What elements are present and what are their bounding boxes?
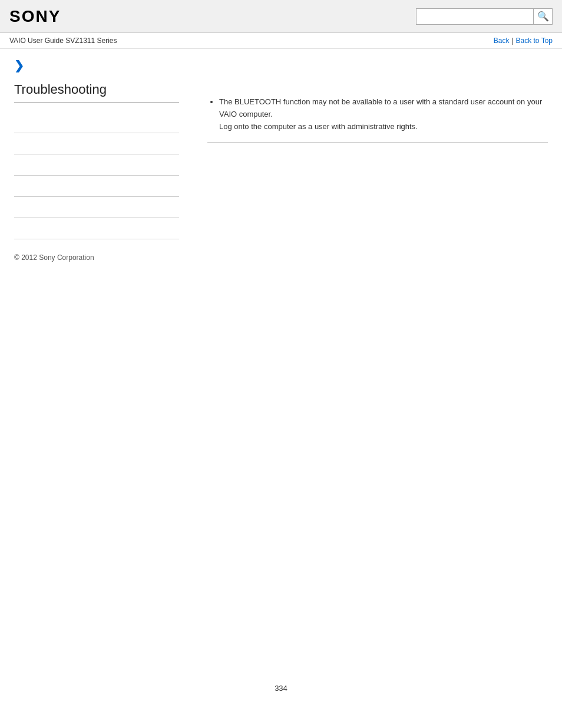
sidebar-link-2[interactable]: [14, 140, 16, 148]
list-item: [14, 154, 179, 176]
content-bullet-sub: Log onto the computer as a user with adm…: [219, 121, 548, 133]
main-content: ❯ Troubleshooting: [0, 49, 562, 271]
sidebar-link-3[interactable]: [14, 161, 16, 169]
sony-logo: SONY: [9, 7, 61, 26]
list-item: [14, 133, 179, 154]
content-list: The BLUETOOTH function may not be availa…: [207, 96, 548, 133]
sidebar-link-6[interactable]: [14, 225, 16, 233]
header: SONY 🔍: [0, 0, 562, 33]
list-item: [14, 112, 179, 133]
breadcrumb: VAIO User Guide SVZ1311 Series: [9, 37, 117, 45]
content-bullet-main: The BLUETOOTH function may not be availa…: [219, 96, 548, 121]
sidebar-chevron-icon: ❯: [14, 58, 179, 73]
search-input[interactable]: [416, 8, 534, 25]
sidebar-link-5[interactable]: [14, 203, 16, 212]
sidebar-footer: © 2012 Sony Corporation: [14, 253, 179, 262]
back-link[interactable]: Back: [494, 37, 510, 45]
sidebar-links: [14, 112, 179, 239]
list-item: [14, 197, 179, 218]
back-to-top-link[interactable]: Back to Top: [516, 37, 553, 45]
sidebar-link-1[interactable]: [14, 118, 16, 127]
nav-bar: VAIO User Guide SVZ1311 Series Back | Ba…: [0, 33, 562, 49]
search-container: 🔍: [416, 8, 553, 25]
nav-separator: |: [511, 37, 513, 45]
page-number: 334: [0, 672, 562, 704]
search-icon: 🔍: [537, 11, 549, 22]
sidebar-link-4[interactable]: [14, 182, 16, 190]
nav-links: Back | Back to Top: [494, 37, 553, 45]
content-divider: [207, 142, 548, 143]
search-button[interactable]: 🔍: [534, 8, 553, 25]
list-item: [14, 176, 179, 197]
content-area: The BLUETOOTH function may not be availa…: [189, 49, 562, 271]
sidebar-title: Troubleshooting: [14, 82, 179, 103]
sidebar: ❯ Troubleshooting: [0, 49, 189, 271]
list-item: The BLUETOOTH function may not be availa…: [219, 96, 548, 133]
list-item: [14, 218, 179, 239]
